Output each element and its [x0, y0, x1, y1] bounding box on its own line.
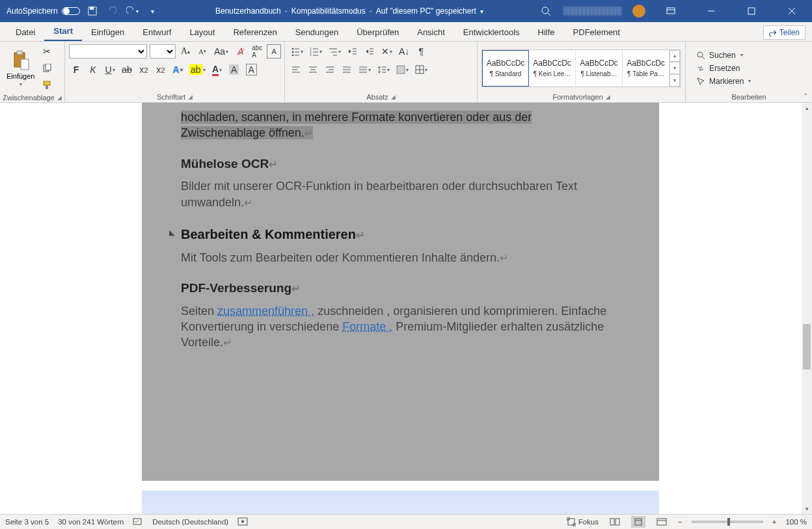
replace-button[interactable]: Ersetzen [694, 62, 753, 74]
style-kein-leerraum[interactable]: AaBbCcDc¶ Kein Lee… [529, 50, 576, 87]
clear-format-icon[interactable]: A̷ [233, 44, 247, 59]
font-size-select[interactable] [150, 44, 176, 59]
link-zusammenfuehren[interactable]: zusammenführen , [217, 305, 314, 318]
font-color-icon[interactable]: A▾ [210, 62, 224, 77]
change-case-icon[interactable]: Aa▾ [212, 44, 230, 59]
sort-icon[interactable]: A↓ [397, 44, 411, 59]
vertical-scrollbar[interactable]: ▴ ▾ [802, 103, 812, 514]
gallery-up-icon[interactable]: ▴ [670, 50, 680, 62]
share-button[interactable]: Teilen [763, 25, 805, 40]
tab-layout[interactable]: Layout [180, 23, 224, 41]
scroll-down-icon[interactable]: ▾ [802, 504, 812, 514]
user-name[interactable] [563, 7, 622, 16]
show-marks-icon[interactable]: ¶ [414, 44, 428, 59]
dialog-launcher-icon[interactable]: ◢ [391, 94, 396, 100]
tab-start[interactable]: Start [44, 22, 82, 41]
numbering-icon[interactable]: 123▾ [308, 44, 324, 59]
save-icon[interactable] [85, 4, 100, 18]
focus-mode-button[interactable]: Fokus [567, 517, 599, 526]
link-formate[interactable]: Formate . [342, 320, 392, 333]
distribute-icon[interactable]: ▾ [357, 62, 373, 77]
undo-icon[interactable] [105, 4, 119, 18]
shrink-font-icon[interactable]: A▾ [195, 44, 210, 59]
find-button[interactable]: Suchen▾ [694, 49, 753, 61]
enclose-char-icon[interactable]: A [267, 44, 281, 59]
strikethrough-button[interactable]: ab [120, 62, 134, 77]
spellcheck-icon[interactable] [133, 517, 143, 526]
selected-text[interactable]: hochladen, scannen, in mehrere Formate k… [181, 111, 532, 124]
minimize-button[interactable] [696, 0, 726, 22]
close-button[interactable] [777, 0, 807, 22]
char-border-icon[interactable]: A [244, 62, 259, 77]
web-layout-icon[interactable] [655, 516, 669, 528]
align-left-icon[interactable] [289, 62, 303, 77]
format-painter-icon[interactable] [40, 78, 54, 92]
select-button[interactable]: Markieren▾ [694, 75, 753, 87]
print-layout-icon[interactable] [631, 516, 645, 528]
tab-pdfelement[interactable]: PDFelement [564, 23, 629, 41]
zoom-slider[interactable] [692, 521, 763, 523]
language-indicator[interactable]: Deutsch (Deutschland) [152, 518, 228, 526]
text-effects-icon[interactable]: A▾ [170, 62, 185, 77]
user-avatar[interactable] [632, 5, 645, 18]
tab-ansicht[interactable]: Ansicht [408, 23, 454, 41]
tab-entwicklertools[interactable]: Entwicklertools [454, 23, 529, 41]
page-3[interactable]: hochladen, scannen, in mehrere Formate k… [142, 103, 659, 481]
bold-button[interactable]: F [69, 62, 83, 77]
gallery-down-icon[interactable]: ▾ [670, 62, 680, 74]
zoom-out-icon[interactable]: − [678, 518, 683, 526]
underline-button[interactable]: U▾ [103, 62, 117, 77]
tab-referenzen[interactable]: Referenzen [224, 23, 286, 41]
style-listenabsatz[interactable]: AaBbCcDc¶ Listenab… [576, 50, 623, 87]
tab-einfuegen[interactable]: Einfügen [82, 23, 133, 41]
zoom-in-icon[interactable]: + [772, 518, 777, 526]
copy-icon[interactable] [40, 61, 54, 75]
bullets-icon[interactable]: ▾ [289, 44, 305, 59]
align-center-icon[interactable] [306, 62, 320, 77]
macro-icon[interactable] [237, 517, 248, 526]
paragraph-ocr[interactable]: Bilder mit unserer OCR-Funktion in bearb… [181, 178, 620, 210]
style-standard[interactable]: AaBbCcDc¶ Standard [482, 50, 529, 87]
font-name-select[interactable] [69, 44, 147, 59]
read-mode-icon[interactable] [608, 516, 622, 528]
word-count[interactable]: 30 von 241 Wörtern [58, 518, 124, 526]
search-icon[interactable] [539, 4, 553, 18]
superscript-button[interactable]: x2 [154, 62, 168, 77]
italic-button[interactable]: K [86, 62, 100, 77]
multilevel-list-icon[interactable]: ▾ [327, 44, 343, 59]
autosave-toggle[interactable]: AutoSpeichern [7, 7, 80, 16]
dialog-launcher-icon[interactable]: ◢ [57, 94, 62, 101]
cut-icon[interactable]: ✂ [40, 44, 54, 59]
style-gallery[interactable]: AaBbCcDc¶ Standard AaBbCcDc¶ Kein Lee… A… [481, 49, 681, 87]
line-spacing-icon[interactable]: ▾ [375, 62, 392, 77]
shading-icon[interactable]: ▾ [394, 62, 411, 77]
highlight-icon[interactable]: ab▾ [187, 62, 208, 77]
gallery-more-icon[interactable]: ▾ [670, 74, 680, 87]
ribbon-display-icon[interactable] [656, 0, 686, 22]
zoom-level[interactable]: 100 % [785, 518, 807, 526]
collapse-ribbon-icon[interactable]: ⌃ [803, 92, 808, 100]
tab-datei[interactable]: Datei [7, 23, 44, 41]
page-indicator[interactable]: Seite 3 von 5 [5, 518, 49, 526]
decrease-indent-icon[interactable] [345, 44, 360, 59]
grow-font-icon[interactable]: A▴ [178, 44, 193, 59]
increase-indent-icon[interactable] [362, 44, 377, 59]
heading-edit[interactable]: Bearbeiten & Kommentieren↵ [181, 226, 620, 243]
heading-pdf[interactable]: PDF-Verbesserung↵ [181, 280, 620, 297]
align-right-icon[interactable] [323, 62, 337, 77]
scroll-thumb[interactable] [803, 324, 811, 370]
dialog-launcher-icon[interactable]: ◢ [606, 94, 610, 100]
qat-more-icon[interactable]: ▾ [146, 4, 160, 18]
document-area[interactable]: hochladen, scannen, in mehrere Formate k… [0, 103, 802, 514]
phonetic-icon[interactable]: abcA [250, 44, 264, 59]
justify-icon[interactable] [340, 62, 354, 77]
tab-hilfe[interactable]: Hilfe [529, 23, 564, 41]
tab-entwurf[interactable]: Entwurf [133, 23, 180, 41]
heading-ocr[interactable]: Mühelose OCR↵ [181, 156, 620, 172]
char-shading-icon[interactable]: A [227, 62, 241, 77]
borders-icon[interactable]: ▾ [413, 62, 429, 77]
dialog-launcher-icon[interactable]: ◢ [188, 94, 193, 100]
asian-layout-icon[interactable]: ✕▾ [379, 44, 394, 59]
maximize-button[interactable] [737, 0, 766, 22]
page-4[interactable]: 03 ↵ [142, 491, 659, 514]
